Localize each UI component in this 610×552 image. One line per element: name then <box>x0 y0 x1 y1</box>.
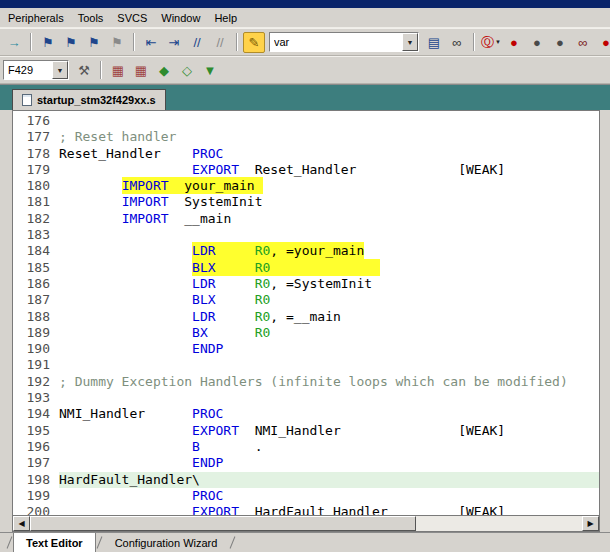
line-number[interactable]: 184 <box>13 243 59 259</box>
scrollbar-track[interactable] <box>30 516 582 531</box>
target-dropdown-arrow[interactable]: ▼ <box>52 61 68 79</box>
code-line-181[interactable]: 181 IMPORT SystemInit <box>13 194 599 210</box>
menu-item-help[interactable]: Help <box>207 9 244 27</box>
code-line-193[interactable]: 193 <box>13 390 599 406</box>
bookmark-toggle-icon[interactable]: ⚑ <box>37 32 59 53</box>
line-number[interactable]: 183 <box>13 227 59 243</box>
breakpoint-kill-icon[interactable]: ● <box>549 32 571 53</box>
menu-item-peripherals[interactable]: Peripherals <box>1 9 71 27</box>
line-number[interactable]: 195 <box>13 423 59 439</box>
comment-selection-icon[interactable]: // <box>186 32 208 53</box>
line-number[interactable]: 197 <box>13 455 59 471</box>
code-line-186[interactable]: 186 LDR R0, =SystemInit <box>13 276 599 292</box>
line-number[interactable]: 186 <box>13 276 59 292</box>
menu-item-svcs[interactable]: SVCS <box>110 9 154 27</box>
code-line-187[interactable]: 187 BLX R0 <box>13 292 599 308</box>
binoculars-icon[interactable]: ∞ <box>446 32 468 53</box>
line-number[interactable]: 177 <box>13 129 59 145</box>
line-number[interactable]: 182 <box>13 211 59 227</box>
bookmark-clear-icon[interactable]: ⚑ <box>106 32 128 53</box>
code-line-183[interactable]: 183 <box>13 227 599 243</box>
line-number[interactable]: 181 <box>13 194 59 210</box>
code-line-182[interactable]: 182 IMPORT __main <box>13 211 599 227</box>
debug-session-icon[interactable]: Ⓠ▼ <box>480 32 502 53</box>
code-line-194[interactable]: 194NMI_Handler PROC <box>13 406 599 422</box>
bottom-tab-text-editor[interactable]: Text Editor <box>13 533 96 552</box>
indent-left-icon[interactable]: ⇤ <box>140 32 162 53</box>
line-number[interactable]: 190 <box>13 341 59 357</box>
line-number[interactable]: 196 <box>13 439 59 455</box>
code-line-188[interactable]: 188 LDR R0, =__main <box>13 309 599 325</box>
code-line-191[interactable]: 191 <box>13 357 599 373</box>
line-number[interactable]: 185 <box>13 260 59 276</box>
spectacles-icon[interactable]: ∞ <box>572 32 594 53</box>
search-dropdown-arrow[interactable]: ▼ <box>402 33 418 51</box>
indent-right-icon[interactable]: ⇥ <box>163 32 185 53</box>
options-for-target-icon[interactable]: ⚒ <box>73 60 95 81</box>
line-number[interactable]: 199 <box>13 488 59 504</box>
bottom-tab-configuration-wizard[interactable]: Configuration Wizard <box>103 533 230 552</box>
line-number[interactable]: 180 <box>13 178 59 194</box>
code-line-189[interactable]: 189 BX R0 <box>13 325 599 341</box>
scrollbar-thumb[interactable] <box>30 516 416 531</box>
download-icon[interactable]: ▼ <box>199 60 221 81</box>
menu-item-window[interactable]: Window <box>154 9 207 27</box>
code-editor[interactable]: 176177; Reset handler178Reset_Handler PR… <box>12 110 600 515</box>
code-line-190[interactable]: 190 ENDP <box>13 341 599 357</box>
code-line-177[interactable]: 177; Reset handler <box>13 129 599 145</box>
code-line-178[interactable]: 178Reset_Handler PROC <box>13 146 599 162</box>
code-line-200[interactable]: 200 EXPORT HardFault_Handler [WEAK] <box>13 504 599 515</box>
line-number[interactable]: 200 <box>13 504 59 515</box>
stop-icon[interactable]: ● <box>595 32 610 53</box>
code-segment <box>59 162 192 177</box>
scroll-right-arrow-icon[interactable]: ▶ <box>582 516 599 531</box>
translate-icon[interactable]: ◇ <box>176 60 198 81</box>
code-line-180[interactable]: 180 IMPORT your_main <box>13 178 599 194</box>
code-line-196[interactable]: 196 B . <box>13 439 599 455</box>
target-select-input[interactable] <box>4 64 52 76</box>
target-combobox[interactable]: ▼ <box>3 60 69 80</box>
breakpoint-icon[interactable]: ● <box>503 32 525 53</box>
line-number[interactable]: 176 <box>13 113 59 129</box>
code-segment <box>59 178 122 193</box>
code-segment: PROC <box>192 488 223 503</box>
breakpoint-disabled-icon[interactable]: ● <box>526 32 548 53</box>
scroll-left-arrow-icon[interactable]: ◀ <box>13 516 30 531</box>
batch-build-icon[interactable]: ◆ <box>153 60 175 81</box>
code-line-192[interactable]: 192; Dummy Exception Handlers (infinite … <box>13 374 599 390</box>
line-number[interactable]: 192 <box>13 374 59 390</box>
search-input[interactable] <box>270 36 402 48</box>
line-number[interactable]: 194 <box>13 406 59 422</box>
code-segment: R0 <box>255 260 271 275</box>
menu-item-tools[interactable]: Tools <box>71 9 111 27</box>
line-number[interactable]: 179 <box>13 162 59 178</box>
code-line-179[interactable]: 179 EXPORT Reset_Handler [WEAK] <box>13 162 599 178</box>
bookmark-next-icon[interactable]: ⚑ <box>83 32 105 53</box>
find-in-files-icon[interactable]: ✎ <box>243 32 265 53</box>
build-icon[interactable]: ▦ <box>107 60 129 81</box>
code-line-184[interactable]: 184 LDR R0, =your_main <box>13 243 599 259</box>
code-line-185[interactable]: 185 BLX R0 <box>13 260 599 276</box>
code-line-197[interactable]: 197 ENDP <box>13 455 599 471</box>
rebuild-icon[interactable]: ▦ <box>130 60 152 81</box>
line-number[interactable]: 193 <box>13 390 59 406</box>
uncomment-selection-icon[interactable]: // <box>209 32 231 53</box>
horizontal-scrollbar[interactable]: ◀ ▶ <box>12 515 600 532</box>
dropdown-arrow-icon[interactable]: ▼ <box>495 39 501 45</box>
line-number[interactable]: 191 <box>13 357 59 373</box>
bookmark-prev-icon[interactable]: ⚑ <box>60 32 82 53</box>
line-number[interactable]: 178 <box>13 146 59 162</box>
line-number[interactable]: 198 <box>13 472 59 488</box>
search-combobox[interactable]: ▼ <box>269 32 419 52</box>
tab-slant-divider <box>230 536 236 548</box>
code-line-176[interactable]: 176 <box>13 113 599 129</box>
line-number[interactable]: 188 <box>13 309 59 325</box>
nav-forward-icon[interactable]: → <box>3 32 25 53</box>
line-number[interactable]: 187 <box>13 292 59 308</box>
tab-startup-file[interactable]: startup_stm32f429xx.s <box>12 89 166 110</box>
code-line-198[interactable]: 198HardFault_Handler\ <box>13 472 599 488</box>
line-number[interactable]: 189 <box>13 325 59 341</box>
code-line-195[interactable]: 195 EXPORT NMI_Handler [WEAK] <box>13 423 599 439</box>
search-document-icon[interactable]: ▤ <box>423 32 445 53</box>
code-line-199[interactable]: 199 PROC <box>13 488 599 504</box>
